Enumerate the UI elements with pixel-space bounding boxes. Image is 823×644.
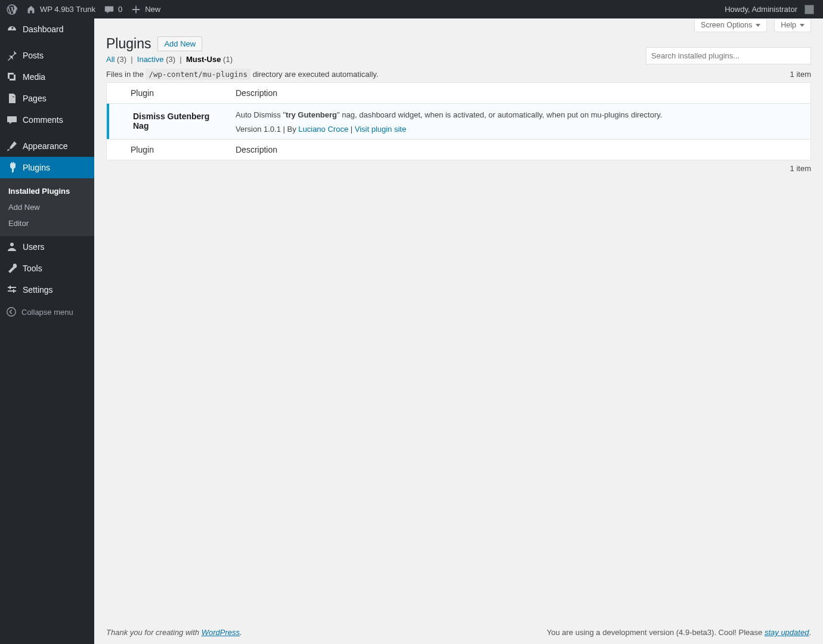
sidebar-item-label: Pages (23, 94, 47, 103)
sidebar-item-label: Plugins (23, 163, 50, 172)
admin-sidebar: Dashboard Posts Media Pages Comments App… (0, 18, 94, 644)
visit-plugin-site-link[interactable]: Visit plugin site (355, 125, 406, 134)
admin-toolbar: WP 4.9b3 Trunk 0 New Howdy, Administrato… (0, 0, 823, 18)
help-tab[interactable]: Help (774, 19, 811, 32)
content-area: Screen Options Help Plugins Add New All … (94, 18, 823, 644)
item-count-bottom: 1 item (106, 164, 811, 173)
plugin-description: Auto Dismiss "try Gutenberg" nag, dashbo… (236, 109, 805, 121)
sidebar-item-settings[interactable]: Settings (0, 279, 94, 301)
my-account-link[interactable]: Howdy, Administrator (720, 0, 818, 18)
plugin-name: Dismiss Gutenberg Nag (133, 112, 209, 131)
comments-link[interactable]: 0 (100, 0, 126, 18)
sidebar-item-label: Posts (23, 51, 44, 60)
comment-icon (104, 4, 115, 15)
collapse-label: Collapse menu (21, 308, 73, 317)
pages-icon (6, 92, 18, 104)
plugin-icon (6, 162, 18, 174)
sidebar-item-users[interactable]: Users (0, 236, 94, 258)
sidebar-item-label: Media (23, 72, 45, 82)
sidebar-item-plugins[interactable]: Plugins (0, 157, 94, 178)
sidebar-item-label: Dashboard (23, 24, 64, 34)
plugin-meta: Version 1.0.1 | By Luciano Croce | Visit… (236, 125, 805, 134)
howdy-text: Howdy, Administrator (725, 5, 797, 14)
sidebar-item-label: Users (23, 242, 45, 252)
sidebar-item-label: Settings (23, 285, 53, 295)
users-icon (6, 241, 18, 253)
site-link[interactable]: WP 4.9b3 Trunk (21, 0, 100, 18)
wordpress-icon (7, 4, 17, 15)
search-plugins-input[interactable] (646, 47, 811, 64)
pin-icon (6, 49, 18, 61)
stay-updated-link[interactable]: stay updated (765, 628, 809, 637)
sidebar-item-dashboard[interactable]: Dashboard (0, 18, 94, 40)
col-description-footer[interactable]: Description (230, 139, 810, 160)
submenu-installed-plugins[interactable]: Installed Plugins (0, 183, 94, 199)
submenu-editor[interactable]: Editor (0, 215, 94, 231)
item-count-top: 1 item (790, 70, 811, 79)
col-plugin[interactable]: Plugin (107, 83, 230, 104)
new-label: New (145, 5, 160, 14)
wrench-icon (6, 262, 18, 274)
collapse-menu[interactable]: Collapse menu (0, 302, 94, 322)
sidebar-item-label: Tools (23, 264, 42, 273)
sidebar-item-comments[interactable]: Comments (0, 109, 94, 131)
admin-footer: Thank you for creating with WordPress. Y… (94, 621, 823, 644)
submenu-add-new[interactable]: Add New (0, 199, 94, 215)
new-content-link[interactable]: New (126, 0, 165, 18)
sidebar-item-tools[interactable]: Tools (0, 258, 94, 279)
plus-icon (131, 4, 141, 15)
plugins-submenu: Installed Plugins Add New Editor (0, 178, 94, 236)
sidebar-item-appearance[interactable]: Appearance (0, 135, 94, 157)
table-row: Dismiss Gutenberg Nag Auto Dismiss "try … (107, 104, 810, 139)
home-icon (26, 4, 36, 15)
filter-all[interactable]: All (106, 55, 115, 64)
filter-inactive[interactable]: Inactive (137, 55, 164, 64)
sidebar-item-media[interactable]: Media (0, 66, 94, 88)
sidebar-item-label: Appearance (23, 141, 68, 151)
plugins-table: Plugin Description Dismiss Gutenberg Nag… (106, 82, 811, 160)
wp-logo-menu[interactable] (2, 0, 21, 18)
add-new-button[interactable]: Add New (157, 36, 202, 51)
col-description[interactable]: Description (230, 83, 810, 104)
screen-options-tab[interactable]: Screen Options (694, 19, 767, 32)
wordpress-link[interactable]: WordPress (202, 628, 240, 637)
col-plugin-footer[interactable]: Plugin (107, 139, 230, 160)
chevron-down-icon (756, 24, 760, 27)
brush-icon (6, 140, 18, 152)
sidebar-item-label: Comments (23, 115, 63, 125)
sliders-icon (6, 284, 18, 296)
collapse-icon (6, 306, 17, 317)
chevron-down-icon (800, 24, 805, 27)
page-title: Plugins (106, 36, 151, 52)
mu-info-text: Files in the /wp-content/mu-plugins dire… (106, 70, 378, 79)
sidebar-item-pages[interactable]: Pages (0, 88, 94, 109)
sidebar-item-posts[interactable]: Posts (0, 45, 94, 66)
comment-icon (6, 114, 18, 126)
dashboard-icon (6, 23, 18, 35)
filter-mustuse[interactable]: Must-Use (186, 55, 221, 64)
svg-point-0 (7, 308, 16, 316)
media-icon (6, 71, 18, 83)
site-name: WP 4.9b3 Trunk (40, 5, 95, 14)
plugin-author-link[interactable]: Luciano Croce (298, 125, 348, 134)
avatar (805, 5, 814, 14)
comments-count: 0 (118, 5, 122, 14)
